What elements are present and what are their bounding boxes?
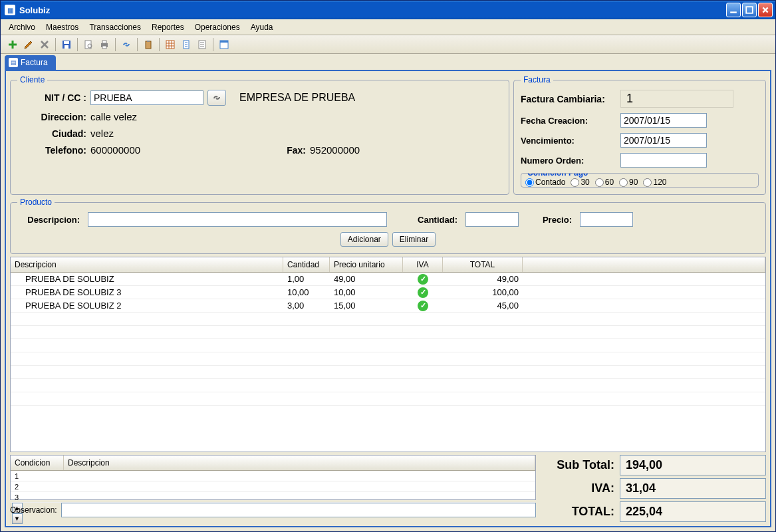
document-icon: ▤	[9, 58, 18, 67]
producto-legend: Producto	[17, 198, 55, 207]
clipboard-icon[interactable]	[140, 37, 156, 53]
fecha-label: Fecha Creacion:	[521, 116, 620, 126]
adicionar-button[interactable]: Adicionar	[340, 232, 388, 247]
toolbar-separator	[55, 38, 56, 51]
table-row[interactable]: PRUEBA DE SOLUBIZ1,0049,00✓49,00	[11, 273, 765, 286]
cond-col-condicion[interactable]: Condicion	[11, 456, 64, 470]
table-row[interactable]: 1	[11, 471, 535, 481]
total-value: 225,04	[620, 501, 766, 522]
table-row[interactable]: 2	[11, 481, 535, 492]
grid-icon[interactable]	[162, 37, 178, 53]
menu-archivo[interactable]: Archivo	[3, 21, 41, 34]
ciudad-value: velez	[90, 128, 114, 139]
descripcion-label: Descripcion:	[17, 215, 84, 225]
radio-120[interactable]: 120	[643, 178, 666, 187]
radio-30[interactable]: 30	[571, 178, 589, 187]
fecha-input[interactable]	[620, 113, 707, 128]
cell-iva: ✓	[403, 273, 443, 285]
svg-rect-1	[746, 7, 753, 13]
cantidad-input[interactable]	[465, 212, 519, 227]
app-window: ▦ Solubiz Archivo Maestros Transacciones…	[0, 0, 776, 532]
cell-desc: PRUEBA DE SOLUBIZ	[11, 274, 283, 284]
venc-label: Vencimiento:	[521, 136, 620, 146]
doc-icon[interactable]	[178, 37, 194, 53]
close-button[interactable]	[758, 3, 773, 17]
col-header-descripcion[interactable]: Descripcion	[11, 257, 283, 272]
table-row[interactable]: PRUEBA DE SOLUBIZ 23,0015,00✓45,00	[11, 299, 765, 313]
subtotal-value: 194,00	[620, 455, 766, 475]
condicion-grid[interactable]: Condicion Descripcion 123 ▲ ▼	[10, 455, 536, 500]
cond-col-descripcion[interactable]: Descripcion	[64, 456, 535, 470]
check-icon: ✓	[418, 301, 428, 311]
table-row-empty	[11, 366, 765, 379]
radio-contado[interactable]: Contado	[525, 178, 565, 187]
preview-icon[interactable]	[80, 37, 96, 53]
svg-rect-3	[64, 41, 69, 44]
tab-factura[interactable]: ▤ Factura	[5, 55, 56, 70]
list-icon[interactable]	[194, 37, 210, 53]
add-icon[interactable]	[5, 37, 21, 53]
producto-group: Producto Descripcion: Cantidad: Precio: …	[10, 198, 766, 254]
items-grid[interactable]: Descripcion Cantidad Precio unitario IVA…	[10, 257, 766, 452]
print-icon[interactable]	[96, 37, 112, 53]
precio-input[interactable]	[580, 212, 633, 227]
ciudad-label: Ciudad:	[17, 128, 90, 139]
search-client-button[interactable]	[207, 90, 226, 106]
app-icon: ▦	[5, 5, 15, 15]
orden-label: Numero Orden:	[521, 156, 620, 166]
toolbar-separator	[77, 38, 78, 51]
delete-icon[interactable]	[37, 37, 53, 53]
col-header-iva[interactable]: IVA	[403, 257, 443, 272]
menu-maestros[interactable]: Maestros	[41, 21, 84, 34]
cell-cant: 1,00	[283, 274, 330, 284]
toolbar-separator	[213, 38, 213, 51]
table-row-empty	[11, 326, 765, 339]
iva-value: 31,04	[620, 478, 766, 499]
edit-icon[interactable]	[21, 37, 37, 53]
form-icon[interactable]	[216, 37, 232, 53]
col-header-precio[interactable]: Precio unitario	[330, 257, 403, 272]
check-icon: ✓	[418, 274, 428, 285]
subtotal-label: Sub Total:	[540, 458, 620, 472]
radio-60[interactable]: 60	[595, 178, 614, 187]
link-icon[interactable]	[118, 37, 134, 53]
condicion-pago-group: Condicion Pago Contado 30 60 90 120	[521, 173, 759, 188]
table-row[interactable]: 3	[11, 492, 535, 503]
descripcion-input[interactable]	[88, 212, 387, 227]
eliminar-button[interactable]: Eliminar	[392, 232, 436, 247]
cell-desc: PRUEBA DE SOLUBIZ 2	[11, 301, 283, 311]
svg-rect-0	[730, 11, 737, 13]
factura-group: Factura Factura Cambiaria: 1 Fecha Creac…	[513, 75, 766, 195]
col-header-cantidad[interactable]: Cantidad	[283, 257, 330, 272]
check-icon: ✓	[418, 287, 428, 298]
table-row-empty	[11, 313, 765, 326]
radio-90[interactable]: 90	[619, 178, 638, 187]
cell-iva: ✓	[403, 287, 443, 298]
nit-input[interactable]	[90, 90, 203, 105]
maximize-button[interactable]	[742, 3, 757, 17]
tab-label: Factura	[21, 58, 48, 67]
orden-input[interactable]	[620, 153, 707, 168]
menu-reportes[interactable]: Reportes	[146, 21, 190, 34]
telefono-value: 600000000	[90, 144, 277, 156]
menu-operaciones[interactable]: Operaciones	[190, 21, 245, 34]
cell-total: 49,00	[443, 274, 523, 284]
save-icon[interactable]	[59, 37, 74, 53]
toolbar	[1, 35, 775, 54]
menu-transacciones[interactable]: Transacciones	[84, 21, 146, 34]
col-header-total[interactable]: TOTAL	[443, 257, 523, 272]
precio-label: Precio:	[529, 215, 576, 225]
table-row[interactable]: PRUEBA DE SOLUBIZ 310,0010,00✓100,00	[11, 286, 765, 299]
toolbar-separator	[137, 38, 138, 51]
cliente-nombre: EMPRESA DE PRUEBA	[239, 92, 355, 104]
content-area: Cliente NIT / CC : EMPRESA DE PRUEBA Dir…	[5, 70, 771, 527]
totals-panel: Sub Total: 194,00 IVA: 31,04 TOTAL: 225,…	[540, 455, 766, 522]
menu-ayuda[interactable]: Ayuda	[245, 21, 279, 34]
window-title: Solubiz	[19, 5, 726, 15]
cell-total: 45,00	[443, 301, 523, 311]
svg-rect-12	[166, 41, 174, 49]
observacion-input[interactable]	[61, 503, 536, 517]
minimize-button[interactable]	[726, 3, 741, 17]
venc-input[interactable]	[620, 133, 707, 148]
cell-total: 100,00	[443, 287, 523, 297]
